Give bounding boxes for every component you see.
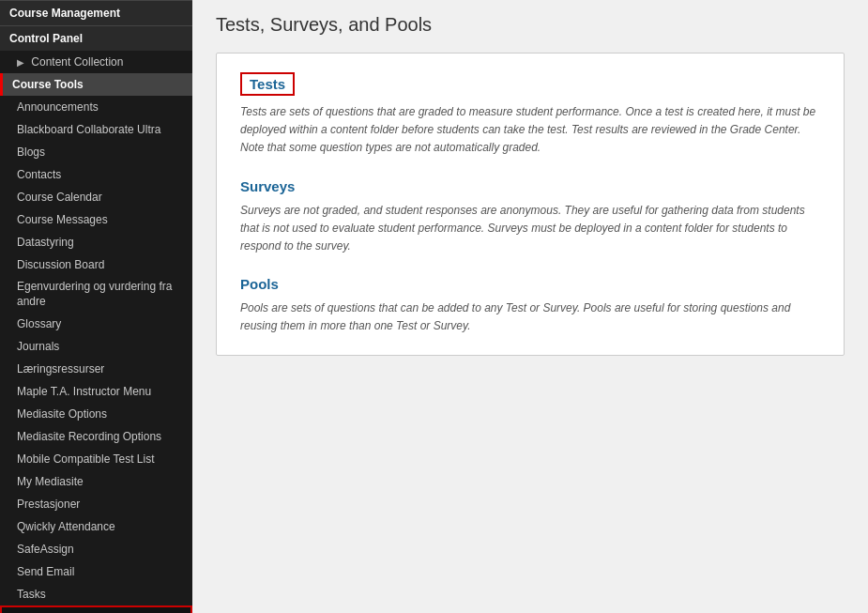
sidebar-item-announcements[interactable]: Announcements	[0, 96, 192, 118]
sidebar-item-egenvurdering[interactable]: Egenvurdering og vurdering fra andre	[0, 276, 192, 313]
tests-heading[interactable]: Tests	[240, 72, 295, 96]
sidebar-item-my-mediasite[interactable]: My Mediasite	[0, 470, 192, 493]
surveys-section: Surveys Surveys are not graded, and stud…	[240, 178, 820, 256]
sidebar-item-course-messages[interactable]: Course Messages	[0, 208, 192, 231]
sidebar-item-datastyring[interactable]: Datastyring	[0, 231, 192, 253]
sidebar-item-course-calendar[interactable]: Course Calendar	[0, 186, 192, 208]
sidebar-item-blogs[interactable]: Blogs	[0, 141, 192, 163]
sidebar-item-course-tools[interactable]: Course Tools	[0, 73, 192, 96]
content-box: Tests Tests are sets of questions that a…	[216, 53, 845, 356]
sidebar-item-contacts[interactable]: Contacts	[0, 163, 192, 186]
pools-description: Pools are sets of questions that can be …	[240, 299, 820, 335]
sidebar-item-tasks[interactable]: Tasks	[0, 583, 192, 605]
sidebar-item-blackboard-collaborate[interactable]: Blackboard Collaborate Ultra	[0, 118, 192, 141]
course-management-header: Course Management	[0, 0, 192, 25]
sidebar-item-discussion-board[interactable]: Discussion Board	[0, 253, 192, 276]
sidebar-item-content-collection[interactable]: ▶ Content Collection	[0, 51, 192, 73]
main-content: Tests, Surveys, and Pools Tests Tests ar…	[192, 0, 868, 613]
sidebar-item-qwickly[interactable]: Qwickly Attendance	[0, 515, 192, 538]
sidebar: Course Management Control Panel ▶ Conten…	[0, 0, 192, 613]
pools-section: Pools Pools are sets of questions that c…	[240, 276, 820, 335]
surveys-heading[interactable]: Surveys	[240, 178, 820, 194]
surveys-description: Surveys are not graded, and student resp…	[240, 202, 820, 256]
tests-section: Tests Tests are sets of questions that a…	[240, 72, 820, 158]
sidebar-item-mobile-compatible[interactable]: Mobile Compatible Test List	[0, 448, 192, 470]
chevron-icon: ▶	[17, 57, 24, 68]
sidebar-item-tests-surveys-pools[interactable]: Tests, Surveys, and Pools	[0, 605, 192, 613]
tests-description: Tests are sets of questions that are gra…	[240, 103, 820, 158]
page-title: Tests, Surveys, and Pools	[216, 14, 845, 36]
sidebar-item-safeassign[interactable]: SafeAssign	[0, 538, 192, 560]
sidebar-item-mediasite-recording[interactable]: Mediasite Recording Options	[0, 425, 192, 448]
sidebar-item-prestasjoner[interactable]: Prestasjoner	[0, 493, 192, 515]
pools-heading[interactable]: Pools	[240, 276, 820, 292]
sidebar-item-mediasite-options[interactable]: Mediasite Options	[0, 403, 192, 425]
sidebar-item-journals[interactable]: Journals	[0, 335, 192, 358]
sidebar-item-send-email[interactable]: Send Email	[0, 560, 192, 583]
sidebar-item-maple-ta[interactable]: Maple T.A. Instructor Menu	[0, 380, 192, 403]
sidebar-item-laeringsressurser[interactable]: Læringsressurser	[0, 358, 192, 380]
control-panel-header: Control Panel	[0, 25, 192, 51]
sidebar-item-glossary[interactable]: Glossary	[0, 313, 192, 335]
